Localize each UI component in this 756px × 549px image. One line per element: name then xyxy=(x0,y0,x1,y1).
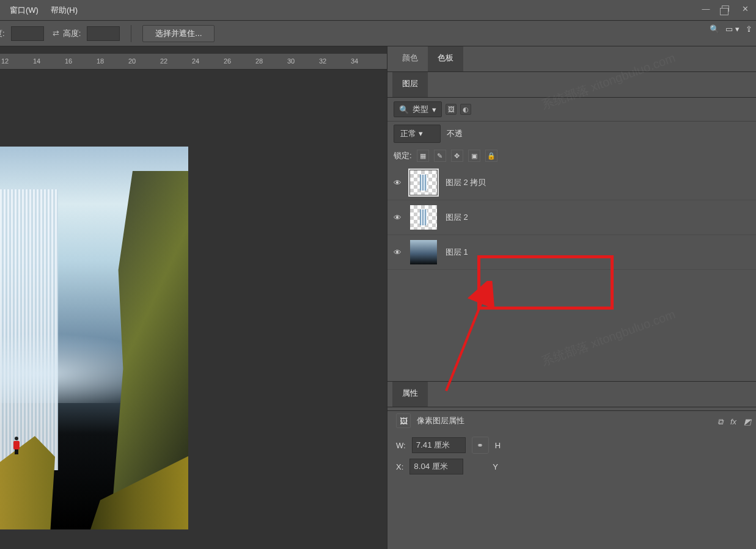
ruler-mark: 12 xyxy=(1,57,9,65)
color-panel-tabs: 颜色 色板 xyxy=(387,46,756,72)
workspace-icon[interactable]: ▭ ▾ xyxy=(725,24,739,34)
lock-label: 锁定: xyxy=(394,150,412,161)
ruler-mark: 18 xyxy=(97,57,104,65)
prop-x-input[interactable] xyxy=(409,459,463,474)
width-input[interactable] xyxy=(11,26,44,41)
panel-column: 颜色 色板 图层 🔍 类型 ▾ 🖼 ◐ 正常 ▾ 不透 锁定: ▦ ✎ ✥ ▣ … xyxy=(387,46,756,549)
layer-thumbnail[interactable] xyxy=(410,240,437,264)
prop-y-label: Y xyxy=(493,462,498,471)
ruler-mark: 22 xyxy=(160,57,167,65)
layer-thumbnail[interactable] xyxy=(410,205,437,230)
topbar-right-icons: 🔍 ▭ ▾ ⇪ xyxy=(710,24,752,34)
chevron-down-icon: ▾ xyxy=(419,129,423,138)
filter-image-icon[interactable]: 🖼 xyxy=(446,104,457,115)
select-mask-button[interactable]: 选择并遮住... xyxy=(142,25,215,42)
tab-layers[interactable]: 图层 xyxy=(392,72,428,97)
search-icon[interactable]: 🔍 xyxy=(710,24,719,34)
chevron-down-icon: ▾ xyxy=(432,105,436,114)
opacity-label: 不透 xyxy=(447,128,463,139)
person-graphic xyxy=(12,437,21,451)
layer-thumbnail[interactable] xyxy=(410,170,437,195)
tab-color[interactable]: 颜色 xyxy=(392,46,428,71)
ruler-horizontal: 121416182022242628303234 xyxy=(0,54,387,70)
lock-artboard-icon[interactable]: ▣ xyxy=(468,150,480,162)
layer-name: 图层 1 xyxy=(446,247,468,258)
prop-h-label: H xyxy=(495,441,501,450)
filter-type-select[interactable]: 🔍 类型 ▾ xyxy=(394,101,442,117)
layer-name: 图层 2 xyxy=(446,212,468,223)
ruler-mark: 16 xyxy=(65,57,72,65)
share-icon[interactable]: ⇪ xyxy=(746,24,752,34)
link-wh-icon[interactable]: ⚭ xyxy=(472,437,489,454)
ruler-mark: 28 xyxy=(255,57,263,65)
prop-x-label: X: xyxy=(396,462,403,471)
canvas-image[interactable] xyxy=(0,147,188,529)
menu-window[interactable]: 窗口(W) xyxy=(4,2,45,18)
ruler-mark: 24 xyxy=(192,57,199,65)
ruler-mark: 34 xyxy=(351,57,358,65)
ruler-mark: 26 xyxy=(224,57,231,65)
height-label: 高度: xyxy=(63,28,81,39)
lock-pixels-icon[interactable]: ▦ xyxy=(417,150,429,162)
properties-title: 像素图层属性 xyxy=(417,415,464,426)
layers-panel: 🔍 类型 ▾ 🖼 ◐ 正常 ▾ 不透 锁定: ▦ ✎ ✥ ▣ 🔒 👁 图层 2 … xyxy=(387,98,756,270)
lock-row: 锁定: ▦ ✎ ✥ ▣ 🔒 xyxy=(387,146,756,165)
layer-item[interactable]: 👁 图层 2 xyxy=(387,200,756,235)
swap-icon[interactable]: ⇄ xyxy=(53,29,59,38)
lock-brush-icon[interactable]: ✎ xyxy=(434,150,446,162)
search-icon: 🔍 xyxy=(399,105,409,114)
ruler-mark: 20 xyxy=(128,57,136,65)
blend-mode-select[interactable]: 正常 ▾ xyxy=(394,125,441,143)
menu-bar: 窗口(W) 帮助(H) xyxy=(0,0,756,21)
pixel-layer-icon: 🖼 xyxy=(396,413,411,428)
tab-swatch[interactable]: 色板 xyxy=(428,46,463,71)
properties-panel: 属性 🖼 像素图层属性 W: ⚭ H X: Y xyxy=(387,381,756,549)
ruler-mark: 30 xyxy=(287,57,295,65)
filter-adjust-icon[interactable]: ◐ xyxy=(460,104,471,115)
minimize-icon[interactable]: — xyxy=(700,2,712,15)
layer-filter-bar: 🔍 类型 ▾ 🖼 ◐ xyxy=(387,98,756,122)
option-bar: 宽度: ⇄ 高度: 选择并遮住... xyxy=(0,21,756,46)
close-icon[interactable]: ✕ xyxy=(739,2,751,15)
tab-properties[interactable]: 属性 xyxy=(392,382,428,407)
layer-item[interactable]: 👁 图层 1 xyxy=(387,235,756,270)
maximize-icon[interactable] xyxy=(719,2,732,15)
visibility-icon[interactable]: 👁 xyxy=(394,213,402,222)
prop-w-input[interactable] xyxy=(412,437,466,453)
blend-row: 正常 ▾ 不透 xyxy=(387,122,756,146)
ruler-mark: 32 xyxy=(319,57,326,65)
visibility-icon[interactable]: 👁 xyxy=(394,248,402,257)
lock-move-icon[interactable]: ✥ xyxy=(451,150,463,162)
width-label: 宽度: xyxy=(0,28,5,39)
height-input[interactable] xyxy=(87,26,120,41)
lock-all-icon[interactable]: 🔒 xyxy=(485,150,497,162)
canvas-area: 121416182022242628303234 xyxy=(0,46,387,549)
window-controls: — ✕ xyxy=(700,2,751,15)
filter-label: 类型 xyxy=(413,104,428,115)
prop-w-label: W: xyxy=(396,441,406,450)
visibility-icon[interactable]: 👁 xyxy=(394,178,402,187)
separator xyxy=(131,25,131,42)
menu-help[interactable]: 帮助(H) xyxy=(45,2,84,18)
ruler-mark: 14 xyxy=(33,57,40,65)
layer-list: 👁 图层 2 拷贝👁 图层 2👁 图层 1 xyxy=(387,165,756,270)
layer-name: 图层 2 拷贝 xyxy=(446,177,486,188)
layers-panel-tabs: 图层 xyxy=(387,72,756,98)
layer-item[interactable]: 👁 图层 2 拷贝 xyxy=(387,165,756,200)
